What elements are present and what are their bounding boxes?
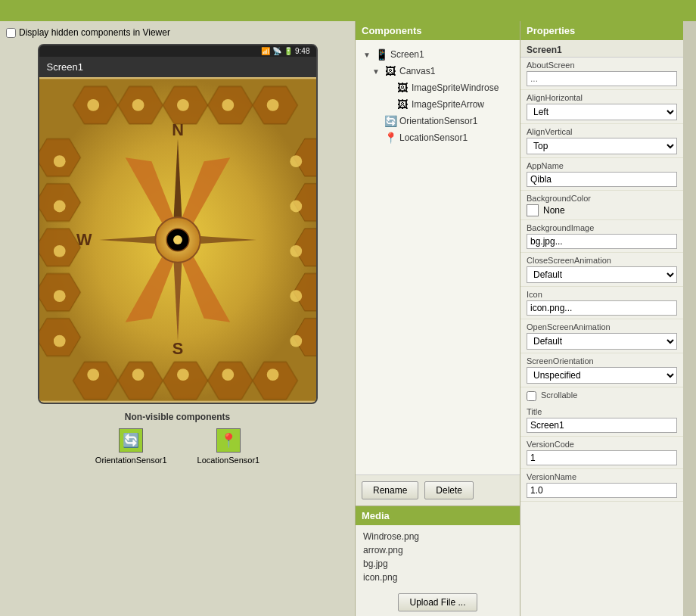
prop-checkbox-scrollable[interactable] xyxy=(527,391,536,401)
prop-label-scrollable: Scrollable xyxy=(541,390,577,400)
phone-screen: N S W xyxy=(39,77,316,403)
svg-point-39 xyxy=(290,290,302,302)
windrose-label: ImageSpriteWindrose xyxy=(412,82,499,93)
prop-row-appname: AppName xyxy=(520,158,683,191)
svg-point-22 xyxy=(132,99,144,111)
phone-statusbar: 📶 📡 🔋 9:48 xyxy=(39,45,316,57)
windrose-icon: 🖼 xyxy=(396,81,409,95)
components-panel: Components ▼ 📱 Screen1 ▼ 🖼 Canvas1 🖼 xyxy=(356,21,520,506)
prop-select-alignv[interactable]: TopCenterBottom xyxy=(527,138,677,154)
screen1-icon: 📱 xyxy=(374,48,388,61)
media-file-windrose: Windrose.png xyxy=(363,530,512,543)
phone-title: Screen1 xyxy=(47,61,83,73)
svg-point-34 xyxy=(53,290,65,302)
prop-input-title[interactable] xyxy=(527,418,677,433)
media-file-icon: icon.png xyxy=(363,571,512,584)
components-header: Components xyxy=(356,21,520,40)
prop-input-icon[interactable] xyxy=(527,300,677,316)
properties-panel: Properties Screen1 AboutScreen AlignHori… xyxy=(520,21,683,616)
svg-point-23 xyxy=(177,99,189,111)
prop-row-openanimation: OpenScreenAnimation DefaultFadeZoomNone xyxy=(520,319,683,353)
prop-input-versioncode[interactable] xyxy=(527,450,677,465)
svg-point-33 xyxy=(53,245,65,257)
prop-label-icon: Icon xyxy=(527,290,677,299)
prop-select-openanimation[interactable]: DefaultFadeZoomNone xyxy=(527,333,677,350)
media-files: Windrose.png arrow.png bg.jpg icon.png xyxy=(356,525,520,589)
prop-input-versionname[interactable] xyxy=(527,483,677,498)
media-header: Media xyxy=(356,506,520,525)
tree-item-screen1[interactable]: ▼ 📱 Screen1 xyxy=(359,46,517,63)
prop-color-row: None xyxy=(527,204,677,216)
color-box-bg[interactable] xyxy=(527,204,539,216)
prop-row-screenorientation: ScreenOrientation UnspecifiedPortraitLan… xyxy=(520,353,683,387)
orientation-sensor-label: OrientationSensor1 xyxy=(95,456,167,465)
tree-item-windrose[interactable]: 🖼 ImageSpriteWindrose xyxy=(359,79,517,96)
location-sensor-icon-item: 📍 LocationSensor1 xyxy=(197,428,260,465)
prop-select-screenorientation[interactable]: UnspecifiedPortraitLandscapeSensor xyxy=(527,367,677,384)
tree-item-canvas1[interactable]: ▼ 🖼 Canvas1 xyxy=(359,63,517,79)
tree-toggle-arrow xyxy=(383,99,393,110)
prop-label-appname: AppName xyxy=(527,161,677,170)
svg-point-35 xyxy=(53,335,65,347)
tree-item-orientation[interactable]: 🔄 OrientationSensor1 xyxy=(359,113,517,129)
svg-point-29 xyxy=(222,369,234,381)
svg-point-30 xyxy=(266,369,278,381)
prop-row-alignh: AlignHorizontal LeftCenterRight xyxy=(520,90,683,124)
svg-point-26 xyxy=(87,369,99,381)
prop-row-aboutscreen: AboutScreen xyxy=(520,58,683,90)
hidden-components-checkbox[interactable] xyxy=(6,28,16,38)
rename-button[interactable]: Rename xyxy=(362,481,418,499)
delete-button[interactable]: Delete xyxy=(424,481,474,499)
prop-input-aboutscreen[interactable] xyxy=(527,71,677,86)
properties-section-title: Screen1 xyxy=(520,40,683,58)
prop-row-versioncode: VersionCode xyxy=(520,437,683,469)
svg-point-28 xyxy=(177,369,189,381)
prop-row-scrollable: Scrollable xyxy=(520,387,683,404)
phone-time: 9:48 xyxy=(295,47,309,55)
upload-button[interactable]: Upload File ... xyxy=(398,593,477,611)
prop-row-bgimage: BackgroundImage xyxy=(520,220,683,253)
properties-header: Properties xyxy=(520,21,683,40)
phone-frame: 📶 📡 🔋 9:48 Screen1 xyxy=(38,44,318,404)
prop-label-bgimage: BackgroundImage xyxy=(527,223,677,232)
svg-point-37 xyxy=(290,201,302,213)
tree-item-arrow[interactable]: 🖼 ImageSpriteArrow xyxy=(359,96,517,113)
tree-toggle-orientation xyxy=(371,116,381,126)
hidden-components-label: Display hidden components in Viewer xyxy=(19,27,170,38)
media-file-bg: bg.jpg xyxy=(363,557,512,571)
prop-label-versioncode: VersionCode xyxy=(527,440,677,449)
prop-label-aboutscreen: AboutScreen xyxy=(527,61,677,70)
prop-select-alignh[interactable]: LeftCenterRight xyxy=(527,104,677,120)
orientation-label: OrientationSensor1 xyxy=(399,116,477,126)
prop-select-closeanimation[interactable]: DefaultFadeZoomNone xyxy=(527,266,677,283)
tree-toggle-location xyxy=(371,132,381,143)
canvas1-icon: 🖼 xyxy=(384,64,397,78)
components-tree: ▼ 📱 Screen1 ▼ 🖼 Canvas1 🖼 ImageSpriteWin… xyxy=(356,40,520,474)
media-file-arrow: arrow.png xyxy=(363,543,512,557)
svg-point-51 xyxy=(173,235,182,244)
non-visible-label: Non-visible components xyxy=(6,412,349,422)
prop-input-appname[interactable] xyxy=(527,172,677,187)
orientation-sensor-icon-item: 🔄 OrientationSensor1 xyxy=(95,428,167,465)
tree-item-location[interactable]: 📍 LocationSensor1 xyxy=(359,129,517,146)
bgcolor-label: None xyxy=(543,205,565,216)
status-icons: 📶 📡 🔋 9:48 xyxy=(261,47,309,55)
prop-label-openanimation: OpenScreenAnimation xyxy=(527,322,677,331)
tree-toggle-screen1[interactable]: ▼ xyxy=(362,49,372,60)
svg-point-38 xyxy=(290,245,302,257)
media-panel: Media Windrose.png arrow.png bg.jpg icon… xyxy=(356,506,520,616)
prop-input-bgimage[interactable] xyxy=(527,234,677,249)
tree-toggle-canvas1[interactable]: ▼ xyxy=(371,66,381,76)
tree-toggle-windrose xyxy=(383,82,393,93)
svg-point-36 xyxy=(290,155,302,167)
prop-label-versionname: VersionName xyxy=(527,472,677,481)
prop-row-alignv: AlignVertical TopCenterBottom xyxy=(520,124,683,158)
prop-label-screenorientation: ScreenOrientation xyxy=(527,356,677,366)
arrow-label: ImageSpriteArrow xyxy=(412,99,484,110)
prop-label-alignv: AlignVertical xyxy=(527,127,677,136)
middle-panel: Components ▼ 📱 Screen1 ▼ 🖼 Canvas1 🖼 xyxy=(356,21,520,616)
svg-point-40 xyxy=(290,335,302,347)
prop-label-title: Title xyxy=(527,407,677,416)
svg-text:W: W xyxy=(76,230,92,249)
viewer-panel: Display hidden components in Viewer 📶 📡 … xyxy=(0,21,356,616)
